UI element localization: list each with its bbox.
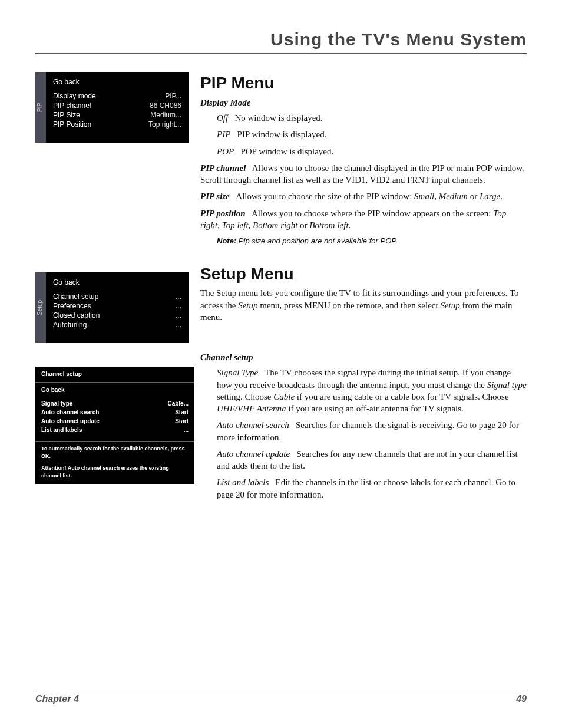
pip-tab-label: PIP <box>35 72 46 143</box>
note-label: Note: <box>217 236 236 245</box>
desc: No window is displayed. <box>234 113 322 123</box>
setup-menu-heading: Setup Menu <box>200 263 527 285</box>
menu-row-value: Cable... <box>167 400 189 408</box>
term: PIP position <box>200 209 246 218</box>
menu-row-label: Channel setup <box>53 292 176 301</box>
term: Signal type <box>487 380 527 390</box>
menu-row-label: Preferences <box>53 302 176 310</box>
menu-row-value: ... <box>176 311 181 319</box>
desc: PIP window is displayed. <box>237 130 327 139</box>
menu-row-label: Closed caption <box>53 311 176 319</box>
pip-menu-heading: PIP Menu <box>200 72 527 94</box>
sidebar: PIP Go back Display modePIP... PIP chann… <box>35 72 200 508</box>
go-back-label: Go back <box>53 78 181 86</box>
text: or <box>297 220 309 230</box>
menu-row-value: PIP... <box>165 92 181 100</box>
term: Auto channel update <box>217 449 290 459</box>
display-mode-heading: Display Mode <box>200 97 527 108</box>
desc: Allows you to choose the channel display… <box>200 163 524 185</box>
term: Top left <box>222 220 249 230</box>
term: PIP <box>217 130 230 139</box>
page-header: Using the TV's Menu System <box>35 29 527 54</box>
submenu-title: Channel setup <box>35 367 194 383</box>
menu-row-label: Signal type <box>41 400 167 408</box>
term: PIP size <box>200 192 230 201</box>
text: if you are using an off-air antenna for … <box>286 404 464 413</box>
menu-row-label: PIP channel <box>53 101 150 110</box>
submenu-warning: Attention! Auto channel search erases th… <box>35 463 194 484</box>
menu-row-label: Auto channel update <box>41 417 175 426</box>
term: Setup <box>440 301 459 310</box>
page-number: 49 <box>516 694 527 704</box>
term: Off <box>217 113 228 123</box>
text: if you are using cable or a cable box fo… <box>295 392 509 401</box>
menu-row-label: Auto channel search <box>41 409 175 417</box>
chapter-label: Chapter 4 <box>35 694 79 704</box>
go-back-label: Go back <box>53 278 181 286</box>
menu-row-value: 86 CH086 <box>150 101 181 110</box>
term: Large <box>480 192 500 201</box>
text: or <box>468 192 480 201</box>
menu-row-label: Display mode <box>53 92 165 100</box>
menu-row-value: ... <box>176 302 181 310</box>
menu-row-value: ... <box>176 292 181 301</box>
setup-menu-screenshot: Setup Go back Channel setup... Preferenc… <box>35 272 189 343</box>
channel-setup-heading: Channel setup <box>200 351 527 363</box>
desc: Allows you to choose where the PIP windo… <box>252 209 493 218</box>
menu-row-value: Start <box>175 417 189 426</box>
text: menu, press MENU on the remote, and then… <box>257 301 440 310</box>
submenu-hint: To automatically search for the availabl… <box>35 441 194 463</box>
menu-row-value: Start <box>175 409 189 417</box>
page-footer: Chapter 4 49 <box>35 691 527 704</box>
term: Bottom left <box>309 220 348 230</box>
menu-row-label: PIP Position <box>53 120 148 129</box>
term: Auto channel search <box>217 420 289 430</box>
menu-row-label: List and labels <box>41 426 184 434</box>
menu-row-value: ... <box>184 426 189 434</box>
menu-row-value: Top right... <box>148 120 181 129</box>
desc: POP window is displayed. <box>240 147 333 156</box>
channel-setup-screenshot: Channel setup Go back Signal typeCable..… <box>35 367 194 484</box>
menu-row-label: PIP Size <box>53 111 150 119</box>
term: Setup <box>238 301 257 310</box>
term: POP <box>217 147 234 156</box>
term: Signal Type <box>217 368 258 377</box>
note-text: Pip size and position are not available … <box>236 236 398 245</box>
term: Small <box>414 192 434 201</box>
term: List and labels <box>217 477 269 487</box>
text: The TV chooses the signal type during th… <box>217 368 511 389</box>
term: Cable <box>273 392 295 401</box>
setup-tab-label: Setup <box>35 272 46 343</box>
text: setting. Choose <box>217 392 273 401</box>
menu-row-value: Medium... <box>150 111 181 119</box>
term: Medium <box>439 192 468 201</box>
term: PIP channel <box>200 163 246 173</box>
go-back-label: Go back <box>41 386 189 394</box>
desc: Allows you to choose the size of the PIP… <box>236 192 414 201</box>
pip-menu-screenshot: PIP Go back Display modePIP... PIP chann… <box>35 72 189 143</box>
menu-row-value: ... <box>176 321 181 329</box>
menu-row-label: Autotuning <box>53 321 176 329</box>
term: UHF/VHF Antenna <box>217 404 286 413</box>
term: Bottom right <box>253 220 297 230</box>
main-content: PIP Menu Display Mode Off No window is d… <box>200 72 527 505</box>
